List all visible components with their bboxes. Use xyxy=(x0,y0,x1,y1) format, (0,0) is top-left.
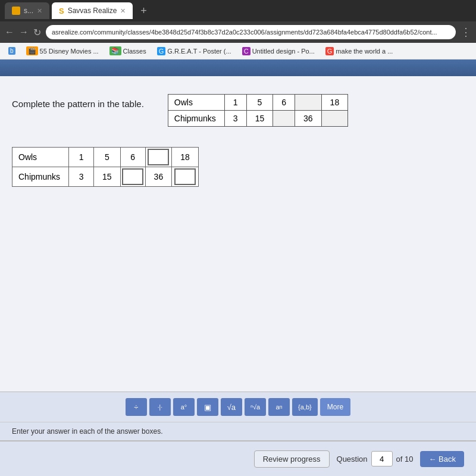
instruction-label: Enter your answer in each of the answer … xyxy=(12,427,162,436)
ref-owls-5: 5 xyxy=(246,95,273,111)
owls-answer-input[interactable] xyxy=(148,149,169,165)
answer-chipmunks-3: 3 xyxy=(69,167,94,187)
ref-chipmunks-label: Chipmunks xyxy=(168,111,224,127)
tab-1-icon xyxy=(12,7,20,15)
bookmark-1-icon: 🎬 xyxy=(26,46,38,55)
answer-owls-18: 18 xyxy=(172,148,199,167)
question-total: of 10 xyxy=(396,455,414,464)
page-header-band xyxy=(0,60,476,76)
tab-2[interactable]: S Savvas Realize ✕ xyxy=(52,2,133,19)
answer-owls-6: 6 xyxy=(120,148,145,167)
answer-owls-5: 5 xyxy=(94,148,121,167)
bookmark-3[interactable]: G G.R.E.A.T - Poster (... xyxy=(154,46,235,57)
math-btn-fraction[interactable]: ·|· xyxy=(149,398,171,416)
page-content: Complete the pattern in the table. Owls … xyxy=(0,60,476,440)
tab-2-close[interactable]: ✕ xyxy=(120,7,126,15)
tab-1[interactable]: s... ✕ xyxy=(5,2,49,19)
answer-chipmunks-15: 15 xyxy=(94,167,121,187)
math-btn-sqrt[interactable]: √a xyxy=(221,398,242,416)
math-btn-matrix[interactable]: ▣ xyxy=(197,398,218,416)
bookmark-2-label: Classes xyxy=(123,48,146,55)
tab-2-label: Savvas Realize xyxy=(68,7,117,15)
ref-chipmunks-15: 15 xyxy=(246,111,273,127)
bookmark-b-icon: b xyxy=(8,47,15,55)
answer-table-wrapper: Owls 1 5 6 18 Chipmunks 3 15 36 xyxy=(12,147,464,187)
bookmark-3-icon: G xyxy=(157,47,166,55)
address-bar[interactable]: asrealize.com/community/classes/4be3848d… xyxy=(46,25,456,39)
back-button[interactable]: ← Back xyxy=(420,451,464,467)
ref-owls-18: 18 xyxy=(321,95,348,111)
answer-chipmunks-input2[interactable] xyxy=(172,167,199,187)
savvas-icon: S xyxy=(59,7,64,15)
bookmark-3-label: G.R.E.A.T - Poster (... xyxy=(167,48,231,55)
back-nav-button[interactable]: ← xyxy=(5,27,14,37)
bottom-nav: Review progress Question of 10 ← Back xyxy=(0,440,476,476)
bookmark-4-label: Untitled design - Po... xyxy=(252,48,315,55)
ref-chipmunks-3: 3 xyxy=(224,111,246,127)
question-number-input[interactable] xyxy=(371,451,393,466)
ref-owls-6: 6 xyxy=(273,95,295,111)
answer-chipmunks-input1[interactable] xyxy=(120,167,145,187)
bookmark-4[interactable]: C Untitled design - Po... xyxy=(239,46,318,57)
math-btn-more[interactable]: More xyxy=(320,398,350,416)
question-layout: Complete the pattern in the table. Owls … xyxy=(12,94,464,127)
forward-nav-button[interactable]: → xyxy=(19,27,29,37)
bookmark-4-icon: C xyxy=(242,47,250,55)
browser-chrome: s... ✕ S Savvas Realize ✕ + ← → ↻ asreal… xyxy=(0,0,476,60)
bookmark-5-icon: G xyxy=(325,47,334,55)
new-tab-button[interactable]: + xyxy=(135,2,152,19)
question-nav: Question of 10 xyxy=(337,451,414,466)
answer-owls-input[interactable] xyxy=(145,148,172,167)
answer-owls-1: 1 xyxy=(69,148,94,167)
ref-owls-blank xyxy=(295,95,322,111)
address-bar-row: ← → ↻ asrealize.com/community/classes/4b… xyxy=(0,21,476,43)
answer-owls-label: Owls xyxy=(12,148,69,167)
ref-chipmunks-blank2 xyxy=(321,111,348,127)
tab-1-label: s... xyxy=(24,7,33,15)
chipmunks-answer-input-2[interactable] xyxy=(174,168,196,185)
answer-chipmunks-36: 36 xyxy=(145,167,172,187)
math-toolbar: ÷ ·|· a° ▣ √a ⁿ√a an {a,b} More xyxy=(0,392,476,422)
answer-chipmunks-label: Chipmunks xyxy=(12,167,69,187)
question-prompt: Complete the pattern in the table. xyxy=(12,94,144,109)
bookmark-2[interactable]: 📚 Classes xyxy=(106,45,150,57)
ref-owls-label: Owls xyxy=(168,95,224,111)
reload-button[interactable]: ↻ xyxy=(33,27,41,38)
bookmarks-bar: b 🎬 55 Disney Movies ... 📚 Classes G G.R… xyxy=(0,43,476,60)
bookmark-2-icon: 📚 xyxy=(109,46,121,55)
ref-chipmunks-36: 36 xyxy=(295,111,322,127)
question-area: Complete the pattern in the table. Owls … xyxy=(0,76,476,392)
address-text: asrealize.com/community/classes/4be3848d… xyxy=(52,29,437,36)
ref-chipmunks-blank1 xyxy=(273,111,295,127)
bookmark-1[interactable]: 🎬 55 Disney Movies ... xyxy=(23,45,102,57)
answer-row-chipmunks: Chipmunks 3 15 36 xyxy=(12,167,199,187)
question-label: Question xyxy=(337,455,368,464)
math-btn-degree[interactable]: a° xyxy=(173,398,195,416)
answer-row-owls: Owls 1 5 6 18 xyxy=(12,148,199,167)
bookmark-5[interactable]: G make the world a ... xyxy=(322,46,397,57)
extensions-button[interactable]: ⋮ xyxy=(461,26,471,39)
tab-bar: s... ✕ S Savvas Realize ✕ + xyxy=(0,0,476,21)
ref-owls-1: 1 xyxy=(224,95,246,111)
reference-table: Owls 1 5 6 18 Chipmunks 3 15 36 xyxy=(168,94,348,127)
review-progress-button[interactable]: Review progress xyxy=(254,450,330,468)
bookmark-1-label: 55 Disney Movies ... xyxy=(40,48,99,55)
instruction-text: Enter your answer in each of the answer … xyxy=(0,422,476,440)
math-btn-subscript[interactable]: an xyxy=(268,398,290,416)
bookmark-b[interactable]: b xyxy=(5,46,19,56)
math-btn-divide[interactable]: ÷ xyxy=(126,398,147,416)
chipmunks-answer-input-1[interactable] xyxy=(122,168,143,185)
math-btn-set[interactable]: {a,b} xyxy=(292,398,318,416)
math-btn-nthroot[interactable]: ⁿ√a xyxy=(245,398,266,416)
bookmark-5-label: make the world a ... xyxy=(336,48,393,55)
answer-table: Owls 1 5 6 18 Chipmunks 3 15 36 xyxy=(12,147,199,187)
tab-1-close[interactable]: ✕ xyxy=(37,7,42,15)
